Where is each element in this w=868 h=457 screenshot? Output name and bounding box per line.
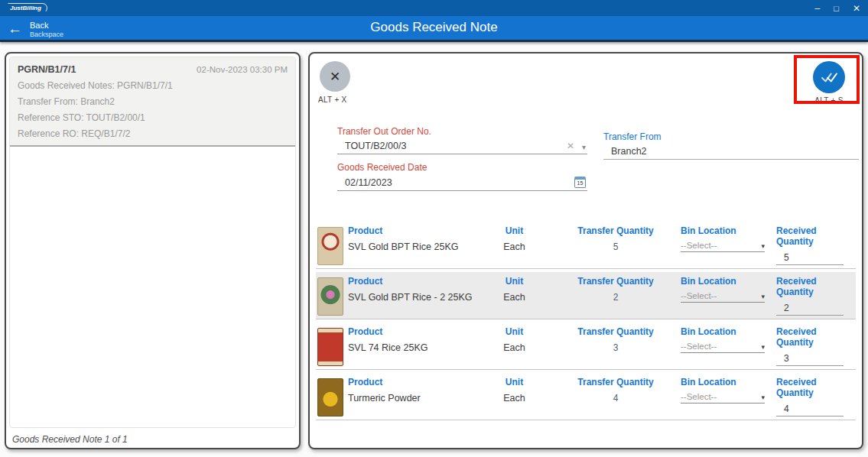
transfer-quantity-value: 4	[551, 393, 681, 404]
column-header-transfer-quantity: Transfer Quantity	[551, 326, 681, 337]
transfer-from-value: Branch2	[611, 146, 857, 157]
column-header-unit: Unit	[478, 377, 551, 387]
bin-location-select[interactable]: --Select-- ▾	[681, 241, 765, 252]
transfer-out-order-combobox[interactable]: TOUT/B2/00/3 ✕ ▾	[337, 139, 587, 154]
bin-location-select[interactable]: --Select-- ▾	[681, 291, 765, 303]
column-header-unit: Unit	[478, 326, 551, 337]
close-button[interactable]: ✕	[853, 3, 860, 14]
note-list: PGRN/B1/7/1 02-Nov-2023 03:30 PM Goods R…	[9, 57, 296, 428]
maximize-button[interactable]: □	[834, 3, 839, 14]
grn-detail-panel: ✕ ALT + X ALT + S Transfer Out Order No.…	[308, 52, 863, 449]
note-detail-line: Goods Received Notes: PGRN/B1/7/1	[18, 80, 288, 91]
transfer-from-field: Branch2	[603, 144, 859, 160]
column-header-product: Product	[348, 377, 478, 387]
column-header-product: Product	[348, 276, 478, 287]
note-detail-line: Reference STO: TOUT/B2/00/1	[18, 112, 288, 123]
column-header-received-quantity: Received Quantity	[776, 276, 853, 297]
dropdown-caret-icon: ▾	[761, 293, 765, 300]
product-thumbnail	[317, 378, 343, 416]
cancel-shortcut-label: ALT + X	[318, 96, 362, 104]
received-quantity-input[interactable]: 3	[776, 353, 844, 366]
bin-location-select[interactable]: --Select-- ▾	[681, 392, 765, 404]
unit-value: Each	[478, 241, 551, 252]
double-check-icon	[821, 70, 837, 84]
received-quantity-input[interactable]: 5	[776, 252, 844, 265]
unit-value: Each	[478, 342, 551, 353]
dropdown-caret-icon: ▾	[761, 242, 765, 250]
column-header-unit: Unit	[478, 276, 551, 287]
goods-received-date-label: Goods Received Date	[337, 162, 587, 173]
product-rows: Product SVL Gold BPT Rice 25KG Unit Each…	[316, 222, 856, 423]
clear-icon[interactable]: ✕	[567, 141, 574, 151]
column-header-product: Product	[348, 225, 478, 236]
chevron-down-icon[interactable]: ▾	[582, 143, 586, 151]
calendar-icon[interactable]: 15	[574, 177, 586, 188]
transfer-from-label: Transfer From	[603, 131, 859, 142]
column-header-unit: Unit	[478, 225, 551, 236]
column-header-bin-location: Bin Location	[681, 326, 776, 337]
product-row[interactable]: Product SVL Gold BPT Rice - 2 25KG Unit …	[316, 272, 856, 319]
bin-location-value: --Select--	[681, 241, 761, 250]
app-logo: JustBilling	[8, 3, 47, 13]
transfer-out-order-label: Transfer Out Order No.	[337, 126, 587, 137]
column-header-received-quantity: Received Quantity	[776, 225, 853, 247]
column-header-transfer-quantity: Transfer Quantity	[551, 276, 681, 287]
page-title: Goods Received Note	[0, 20, 868, 35]
page-header: ← Back Backspace Goods Received Note	[0, 16, 868, 42]
column-header-bin-location: Bin Location	[681, 225, 776, 236]
cancel-button[interactable]: ✕	[320, 61, 350, 92]
goods-received-date-field[interactable]: 02/11/2023 15	[337, 175, 587, 191]
bin-location-value: --Select--	[681, 291, 761, 300]
save-shortcut-label: ALT + S	[808, 96, 850, 105]
column-header-transfer-quantity: Transfer Quantity	[551, 225, 681, 236]
column-header-transfer-quantity: Transfer Quantity	[551, 377, 681, 387]
column-header-received-quantity: Received Quantity	[776, 377, 853, 398]
save-button[interactable]	[813, 61, 845, 93]
transfer-quantity-value: 5	[551, 241, 681, 252]
note-list-panel: PGRN/B1/7/1 02-Nov-2023 03:30 PM Goods R…	[5, 52, 301, 449]
product-row[interactable]: Product SVL Gold BPT Rice 25KG Unit Each…	[316, 222, 856, 269]
note-detail-line: Transfer From: Branch2	[18, 96, 288, 107]
note-timestamp: 02-Nov-2023 03:30 PM	[197, 65, 288, 74]
unit-value: Each	[478, 393, 551, 404]
dropdown-caret-icon: ▾	[761, 343, 765, 351]
product-row[interactable]: Product Turmeric Powder Unit Each Transf…	[316, 373, 856, 420]
product-name: Turmeric Powder	[348, 393, 478, 404]
titlebar: JustBilling – □ ✕	[0, 0, 868, 16]
note-id: PGRN/B1/7/1	[18, 64, 76, 75]
product-thumbnail	[317, 227, 343, 265]
product-row[interactable]: Product SVL 74 Rice 25KG Unit Each Trans…	[316, 322, 856, 370]
received-quantity-input[interactable]: 2	[776, 303, 844, 316]
product-thumbnail	[317, 277, 343, 316]
received-quantity-input[interactable]: 4	[776, 404, 844, 416]
unit-value: Each	[478, 292, 551, 303]
transfer-quantity-value: 2	[551, 292, 681, 303]
column-header-product: Product	[348, 326, 478, 337]
column-header-received-quantity: Received Quantity	[776, 326, 853, 348]
column-header-bin-location: Bin Location	[681, 377, 776, 387]
transfer-quantity-value: 3	[551, 342, 681, 353]
column-header-bin-location: Bin Location	[681, 276, 776, 287]
note-detail-line: Reference RO: REQ/B1/7/2	[18, 128, 288, 139]
dropdown-caret-icon: ▾	[761, 394, 765, 401]
close-icon: ✕	[330, 69, 340, 85]
goods-received-date-value: 02/11/2023	[345, 177, 574, 188]
product-name: SVL Gold BPT Rice 25KG	[348, 241, 478, 252]
bin-location-select[interactable]: --Select-- ▾	[681, 342, 765, 353]
note-list-item[interactable]: PGRN/B1/7/1 02-Nov-2023 03:30 PM Goods R…	[10, 57, 295, 147]
transfer-out-order-value: TOUT/B2/00/3	[345, 141, 567, 151]
pagination-status: Goods Received Note 1 of 1	[12, 434, 128, 445]
bin-location-value: --Select--	[681, 392, 761, 401]
product-name: SVL Gold BPT Rice - 2 25KG	[348, 292, 478, 303]
minimize-button[interactable]: –	[815, 3, 821, 14]
product-name: SVL 74 Rice 25KG	[348, 342, 478, 353]
product-thumbnail	[317, 328, 343, 366]
bin-location-value: --Select--	[681, 342, 761, 351]
